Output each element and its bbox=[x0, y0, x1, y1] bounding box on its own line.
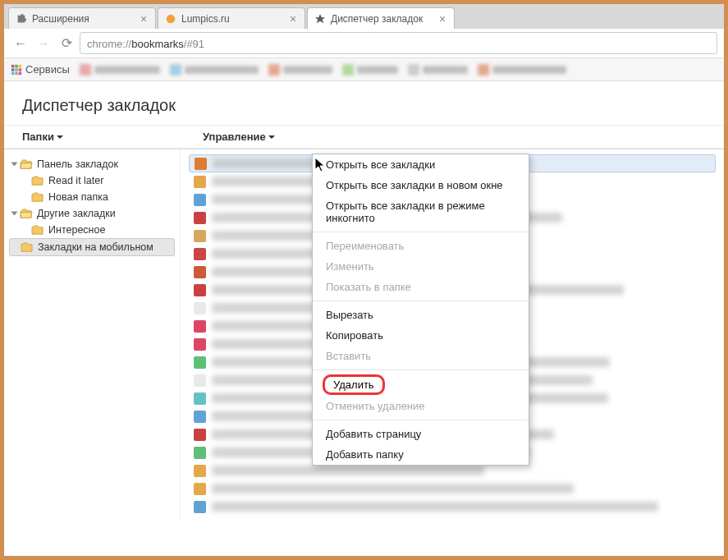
toolbar: Папки Управление bbox=[4, 125, 724, 149]
favicon-icon bbox=[194, 194, 206, 206]
back-button[interactable]: ← bbox=[11, 34, 30, 53]
folders-menu-button[interactable]: Папки bbox=[22, 131, 63, 143]
folder-icon bbox=[31, 176, 44, 186]
tree-item[interactable]: Новая папка bbox=[21, 189, 175, 205]
favicon-icon bbox=[194, 302, 206, 314]
separator bbox=[313, 232, 529, 232]
favicon-icon bbox=[194, 356, 206, 369]
url-prefix: chrome:// bbox=[87, 38, 131, 50]
favicon-icon bbox=[194, 465, 206, 477]
list-item[interactable] bbox=[189, 480, 716, 498]
tree-item[interactable]: Другие закладки bbox=[9, 205, 175, 222]
menu-item: Вставить bbox=[313, 346, 529, 366]
tab[interactable]: Диспетчер закладок× bbox=[307, 7, 455, 29]
tree-item[interactable]: Read it later bbox=[21, 172, 175, 189]
tab[interactable]: Lumpics.ru× bbox=[158, 7, 305, 29]
tab-title: Расширения bbox=[32, 13, 135, 25]
tree-item[interactable]: Панель закладок bbox=[9, 156, 175, 172]
bookmark-title bbox=[212, 484, 574, 493]
manage-menu-button[interactable]: Управление bbox=[203, 131, 275, 143]
favicon-icon bbox=[194, 374, 206, 387]
favicon-icon bbox=[194, 284, 206, 296]
favicon-icon bbox=[194, 411, 206, 423]
bookmark-item[interactable] bbox=[342, 64, 398, 76]
menu-item-delete-highlighted[interactable]: Удалить bbox=[323, 374, 385, 395]
folder-icon bbox=[31, 192, 44, 203]
bookmark-title bbox=[212, 466, 484, 475]
menu-item[interactable]: Открыть все закладки в режиме инкогнито bbox=[313, 195, 529, 228]
favicon-icon bbox=[194, 392, 206, 405]
favicon-icon bbox=[194, 320, 206, 333]
menu-item: Изменить bbox=[313, 256, 529, 277]
menu-item[interactable]: Копировать bbox=[313, 325, 529, 346]
tab-title: Диспетчер закладок bbox=[331, 13, 434, 25]
manage-label: Управление bbox=[203, 131, 266, 143]
folders-label: Папки bbox=[22, 131, 54, 143]
menu-item: Переименовать bbox=[313, 236, 529, 256]
tree-item[interactable]: Закладки на мобильном bbox=[9, 238, 175, 256]
tree-label: Интересное bbox=[48, 224, 105, 236]
folder-icon bbox=[20, 209, 33, 219]
separator bbox=[313, 420, 529, 420]
bookmarks-services[interactable]: Сервисы bbox=[11, 63, 70, 76]
bookmark-item[interactable] bbox=[478, 64, 566, 76]
orange-icon bbox=[165, 13, 176, 25]
bookmarks-bar: Сервисы bbox=[4, 58, 724, 81]
favicon-icon bbox=[194, 176, 206, 188]
address-bar: ← → ⟳ chrome://bookmarks/#91 bbox=[4, 29, 724, 58]
menu-item: Отменить удаление bbox=[313, 396, 529, 416]
menu-item[interactable]: Открыть все закладки в новом окне bbox=[313, 175, 529, 195]
bookmark-item[interactable] bbox=[170, 64, 259, 76]
favicon-icon bbox=[194, 483, 206, 495]
tree-label: Новая папка bbox=[48, 191, 108, 203]
bookmark-item[interactable] bbox=[80, 64, 160, 76]
favicon-icon bbox=[194, 447, 206, 459]
favicon-icon bbox=[194, 266, 206, 278]
folder-icon bbox=[31, 225, 44, 236]
menu-item[interactable]: Добавить страницу bbox=[313, 424, 529, 444]
tree-label: Закладки на мобильном bbox=[38, 241, 153, 253]
separator bbox=[313, 370, 529, 370]
tree-label: Read it later bbox=[48, 175, 103, 186]
forward-button[interactable]: → bbox=[34, 34, 53, 53]
tab-strip: Расширения×Lumpics.ru×Диспетчер закладок… bbox=[4, 4, 724, 29]
services-label: Сервисы bbox=[25, 63, 70, 76]
caret-down-icon bbox=[268, 135, 275, 139]
favicon-icon bbox=[194, 212, 206, 224]
folder-icon bbox=[20, 159, 33, 170]
favicon-icon bbox=[194, 501, 206, 513]
cursor-icon bbox=[314, 157, 327, 177]
favicon-icon bbox=[194, 338, 206, 351]
favicon-icon bbox=[194, 248, 206, 260]
puzzle-icon bbox=[16, 13, 27, 25]
page-title: Диспетчер закладок bbox=[4, 81, 724, 125]
twist-icon bbox=[11, 212, 18, 216]
favicon-icon bbox=[194, 429, 206, 441]
bookmark-item[interactable] bbox=[268, 64, 332, 76]
url-host: bookmarks bbox=[131, 38, 184, 50]
close-icon[interactable]: × bbox=[288, 14, 298, 24]
star-icon bbox=[314, 13, 326, 25]
list-item[interactable] bbox=[189, 498, 716, 516]
menu-item[interactable]: Добавить папку bbox=[313, 444, 529, 465]
twist-icon bbox=[11, 163, 18, 167]
tab-title: Lumpics.ru bbox=[181, 13, 285, 25]
reload-button[interactable]: ⟳ bbox=[57, 34, 76, 53]
url-path: /#91 bbox=[184, 38, 204, 50]
close-icon[interactable]: × bbox=[437, 14, 447, 24]
bookmark-item[interactable] bbox=[408, 64, 468, 76]
menu-item[interactable]: Открыть все закладки bbox=[313, 154, 529, 175]
menu-item: Показать в папке bbox=[313, 277, 529, 297]
apps-icon bbox=[11, 64, 22, 76]
tree-item[interactable]: Интересное bbox=[21, 222, 175, 238]
bookmark-title bbox=[212, 502, 658, 512]
folder-tree: Панель закладокRead it laterНовая папкаД… bbox=[4, 149, 181, 521]
folder-icon bbox=[21, 242, 34, 253]
tree-label: Панель закладок bbox=[37, 158, 118, 170]
separator bbox=[313, 301, 529, 301]
tab[interactable]: Расширения× bbox=[8, 7, 156, 29]
url-input[interactable]: chrome://bookmarks/#91 bbox=[80, 32, 717, 54]
context-menu: Открыть все закладкиОткрыть все закладки… bbox=[312, 154, 529, 466]
close-icon[interactable]: × bbox=[139, 14, 149, 24]
menu-item[interactable]: Вырезать bbox=[313, 305, 529, 325]
